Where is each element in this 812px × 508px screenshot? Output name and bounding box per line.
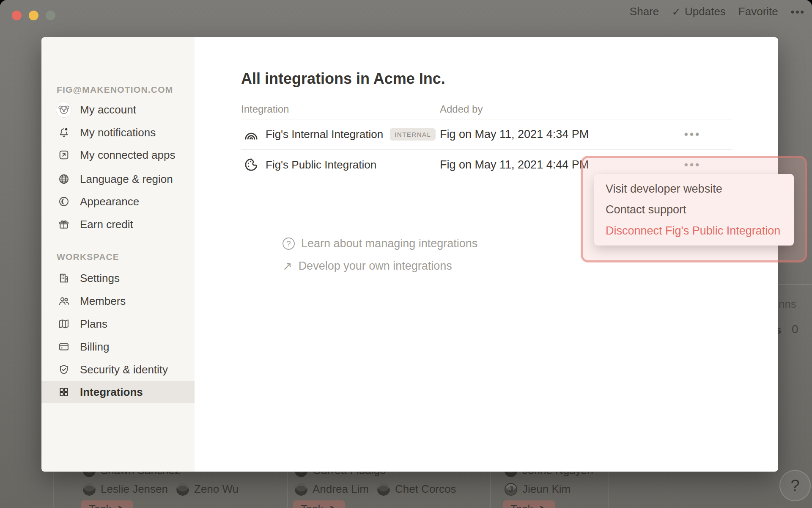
menu-item-disconnect-integration[interactable]: Disconnect Fig's Public Integration (594, 221, 794, 240)
sidebar-item-appearance[interactable]: Appearance (41, 190, 195, 213)
person: Andrea Lim (295, 483, 369, 496)
sidebar-item-language-region[interactable]: Language & region (41, 168, 195, 190)
check-icon: ✓ (672, 6, 681, 18)
sidebar-item-members[interactable]: Members (41, 290, 195, 312)
people-icon (56, 293, 72, 309)
help-circle-icon: ? (283, 237, 295, 250)
sidebar-item-label: My connected apps (80, 149, 175, 162)
sidebar-item-label: My notifications (80, 126, 156, 139)
added-by-value: Fig on May 11, 2021 4:44 PM (440, 149, 589, 180)
background-divider (778, 284, 812, 285)
integration-context-menu: Visit developer website Contact support … (594, 174, 794, 246)
person: Leslie Jensen (83, 483, 168, 496)
user-avatar-icon (56, 102, 72, 118)
app-window: Share ✓ Updates Favorite ••• Shawn Sanch… (0, 0, 812, 508)
column-header-added-by: Added by (440, 103, 483, 115)
integration-name: Fig's Internal Integration (266, 128, 383, 141)
grid-icon (56, 384, 72, 400)
column-header-integration: Integration (241, 103, 289, 115)
arrow-up-right-box-icon (56, 147, 72, 163)
clipped-text: nns (779, 298, 796, 311)
arrow-up-right-icon: ↗ (283, 260, 292, 273)
sidebar-item-label: Earn credit (80, 218, 133, 231)
hammer-icon (115, 504, 126, 508)
workspace-heading: WORKSPACE (57, 252, 119, 262)
internal-badge: INTERNAL (390, 128, 436, 141)
divider (241, 98, 732, 98)
person: J Jieun Kim (505, 483, 571, 496)
page-title: All integrations in Acme Inc. (241, 70, 445, 88)
favorite-button[interactable]: Favorite (738, 5, 778, 18)
task-tag: Task (81, 500, 133, 508)
person: Chet Corcos (377, 483, 456, 496)
person: Zeno Wu (176, 483, 239, 496)
sidebar-item-label: Language & region (80, 173, 173, 186)
settings-modal: FIG@MAKENOTION.COM My account My notific… (41, 37, 778, 472)
sidebar-item-label: Appearance (80, 195, 139, 208)
board-card-person-row: J Jieun Kim (505, 483, 571, 496)
close-window-button[interactable] (12, 11, 22, 20)
avatar (377, 483, 390, 496)
row-more-button[interactable]: ••• (677, 119, 708, 149)
sidebar-item-my-notifications[interactable]: My notifications (41, 121, 195, 144)
page-topbar: Share ✓ Updates Favorite ••• (630, 5, 805, 18)
sidebar-item-security-identity[interactable]: Security & identity (41, 359, 195, 381)
hammer-icon (537, 504, 547, 508)
building-icon (56, 270, 72, 286)
sidebar-item-earn-credit[interactable]: Earn credit (41, 213, 195, 235)
task-tag: Task (503, 500, 555, 508)
integration-name: Fig's Public Integration (266, 158, 376, 171)
sidebar-item-label: Integrations (80, 386, 143, 399)
gift-icon (56, 216, 72, 232)
sidebar-item-billing[interactable]: Billing (41, 336, 195, 358)
sidebar-item-settings[interactable]: Settings (41, 267, 195, 289)
avatar (83, 483, 96, 496)
sidebar-item-plans[interactable]: Plans (41, 313, 195, 335)
share-button[interactable]: Share (630, 5, 659, 18)
sidebar-item-my-account[interactable]: My account (41, 99, 195, 121)
added-by-value: Fig on May 11, 2021 4:34 PM (440, 119, 589, 149)
minimize-window-button[interactable] (29, 11, 38, 20)
task-tag: Task (293, 500, 345, 508)
table-row-internal-integration: Fig's Internal Integration INTERNAL Fig … (241, 119, 732, 149)
more-options-button[interactable]: ••• (791, 6, 805, 18)
globe-icon (56, 171, 72, 187)
sidebar-item-label: Plans (80, 318, 107, 331)
clipped-text: 0 (792, 323, 798, 336)
sidebar-item-label: My account (80, 103, 136, 116)
avatar (295, 483, 307, 496)
sidebar-item-label: Billing (80, 340, 109, 353)
develop-integrations-link[interactable]: ↗ Develop your own integrations (283, 260, 452, 273)
sidebar-item-my-connected-apps[interactable]: My connected apps (41, 144, 195, 166)
sidebar-item-label: Security & identity (80, 363, 168, 376)
zoom-window-button[interactable] (46, 11, 55, 20)
shield-check-icon (56, 362, 72, 378)
sidebar-item-integrations[interactable]: Integrations (41, 381, 195, 403)
palette-integration-icon (244, 157, 259, 172)
hammer-icon (327, 504, 337, 508)
learn-managing-integrations-link[interactable]: ? Learn about managing integrations (283, 237, 477, 250)
bell-icon (56, 124, 72, 141)
sidebar-item-label: Members (80, 295, 126, 308)
credit-card-icon (56, 339, 72, 355)
avatar (176, 483, 189, 496)
help-button[interactable]: ? (779, 470, 811, 501)
board-card-person-row: Leslie Jensen Zeno Wu (83, 483, 239, 496)
settings-sidebar: FIG@MAKENOTION.COM My account My notific… (41, 37, 195, 472)
board-card-person-row: Andrea Lim Chet Corcos (295, 483, 456, 496)
avatar-initial: J (505, 483, 517, 496)
menu-item-contact-support[interactable]: Contact support (594, 200, 794, 219)
updates-button[interactable]: ✓ Updates (672, 5, 726, 18)
menu-item-visit-developer-website[interactable]: Visit developer website (594, 179, 794, 199)
moon-circle-icon (56, 193, 72, 210)
account-email-heading: FIG@MAKENOTION.COM (57, 85, 173, 95)
sidebar-item-label: Settings (80, 272, 120, 285)
rainbow-integration-icon (244, 127, 259, 142)
map-icon (56, 316, 72, 332)
